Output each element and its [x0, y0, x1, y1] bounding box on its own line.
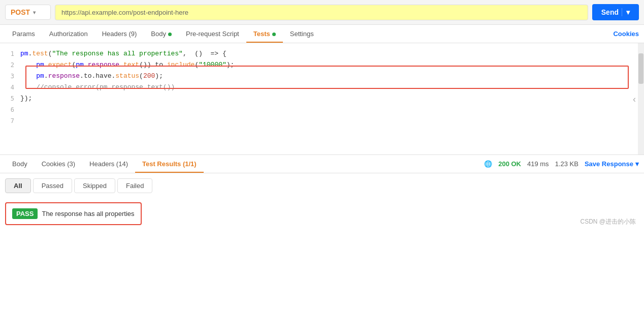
collapse-panel-icon[interactable]: ‹ [633, 94, 636, 104]
top-bar: POST ▾ https://api.example.com/post-endp… [0, 0, 644, 25]
status-code: 200 OK [498, 160, 521, 168]
send-label: Send [601, 8, 619, 16]
editor-line-6: 6 [0, 104, 644, 115]
editor-scrollbar-thumb [638, 53, 643, 84]
save-response-label: Save Response [585, 160, 633, 168]
line-num-2: 2 [0, 59, 20, 71]
editor-line-7: 7 [0, 115, 644, 127]
editor-line-4: 4 //console.error(pm.response.text()) [0, 82, 644, 93]
url-input[interactable]: https://api.example.com/post-endpoint-he… [55, 5, 588, 20]
tab-settings[interactable]: Settings [283, 25, 321, 43]
method-label: POST [11, 8, 30, 16]
save-response-button[interactable]: Save Response ▾ [585, 160, 639, 168]
line-code-3: pm.response.to.have.status(200); [20, 71, 163, 82]
tab-body[interactable]: Body [144, 25, 179, 43]
editor-line-1: 1 pm.test("The response has all properti… [0, 48, 644, 59]
line-num-7: 7 [0, 115, 20, 127]
line-num-5: 5 [0, 93, 20, 104]
line-num-1: 1 [0, 48, 20, 59]
code-editor[interactable]: 1 pm.test("The response has all properti… [0, 43, 644, 155]
send-button[interactable]: Send ▾ [592, 4, 639, 20]
line-code-2: pm.expect(pm.response.text()).to.include… [20, 59, 234, 71]
tab-test-results[interactable]: Test Results (1/1) [135, 155, 204, 173]
response-tabs: Body Cookies (3) Headers (14) Test Resul… [0, 155, 644, 173]
editor-line-5: 5 }); [0, 93, 644, 104]
pass-badge: PASS [12, 208, 38, 219]
editor-scrollbar[interactable] [638, 43, 644, 154]
method-dropdown[interactable]: POST ▾ [5, 5, 51, 20]
line-num-6: 6 [0, 104, 20, 115]
tab-tests[interactable]: Tests [246, 25, 283, 43]
body-dot-icon [168, 33, 172, 36]
tab-cookies[interactable]: Cookies [613, 25, 639, 43]
response-size: 1.23 KB [555, 160, 578, 168]
line-code-4: //console.error(pm.response.text()) [20, 82, 175, 93]
line-num-3: 3 [0, 71, 20, 82]
filter-tab-failed[interactable]: Failed [117, 178, 152, 193]
tab-authorization[interactable]: Authorization [42, 25, 95, 43]
filter-tab-passed[interactable]: Passed [33, 178, 72, 193]
response-status-bar: 🌐 200 OK 419 ms 1.23 KB Save Response ▾ [484, 156, 639, 172]
filter-tab-skipped[interactable]: Skipped [74, 178, 115, 193]
test-result-name: The response has all properties [42, 210, 134, 217]
tab-headers[interactable]: Headers (9) [95, 25, 144, 43]
editor-lines: 1 pm.test("The response has all properti… [0, 48, 644, 127]
tests-dot-icon [272, 33, 276, 36]
globe-icon: 🌐 [484, 160, 492, 168]
watermark: CSDN @进击的小陈 [580, 217, 636, 226]
filter-tab-all[interactable]: All [5, 178, 31, 193]
test-results-area: PASS The response has all properties CSD… [0, 197, 644, 230]
filter-tabs: All Passed Skipped Failed [0, 173, 644, 197]
tab-response-headers[interactable]: Headers (14) [82, 155, 135, 173]
request-tabs: Params Authorization Headers (9) Body Pr… [0, 25, 644, 43]
editor-line-3: 3 pm.response.to.have.status(200); [0, 71, 644, 82]
tab-response-body[interactable]: Body [5, 155, 35, 173]
line-code-1: pm.test("The response has all properties… [20, 48, 227, 59]
send-dropdown-arrow[interactable]: ▾ [622, 8, 630, 16]
editor-line-2: 2 pm.expect(pm.response.text()).to.inclu… [0, 59, 644, 71]
tab-params[interactable]: Params [5, 25, 42, 43]
save-response-chevron-icon: ▾ [635, 160, 639, 168]
line-code-5: }); [20, 93, 32, 104]
tab-prerequest[interactable]: Pre-request Script [179, 25, 246, 43]
response-time: 419 ms [527, 160, 549, 168]
test-result-row: PASS The response has all properties [5, 202, 142, 225]
method-chevron-icon: ▾ [33, 10, 36, 15]
tab-response-cookies[interactable]: Cookies (3) [35, 155, 82, 173]
line-num-4: 4 [0, 82, 20, 93]
